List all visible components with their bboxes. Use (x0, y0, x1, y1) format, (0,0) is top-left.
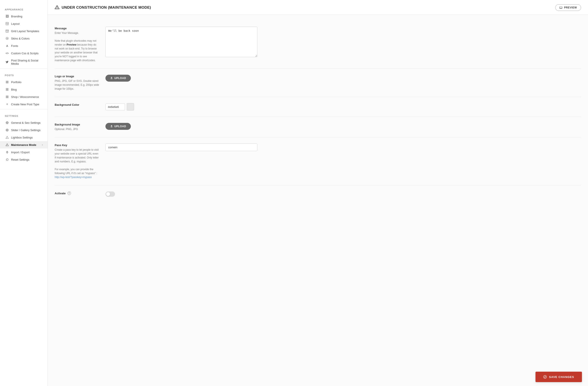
svg-marker-32 (6, 136, 8, 138)
chevron-right-icon: › (42, 143, 43, 146)
logo-label: Logo or Image (55, 75, 100, 78)
sidebar-item-maintenance[interactable]: Maintenance Mode › (0, 141, 47, 149)
save-changes-button[interactable]: SAVE CHANGES (535, 372, 582, 382)
fonts-icon: A (5, 44, 9, 47)
page-title: UNDER CONSTRUCTION (MAINTENANCE MODE) (55, 5, 151, 10)
sidebar-item-post-sharing[interactable]: Post Sharing & Social Media (0, 57, 47, 67)
sidebar-item-grid-layout-templates[interactable]: Grid Layout Templates (0, 27, 47, 35)
general-seo-icon (5, 121, 9, 124)
sidebar-item-portfolio[interactable]: Portfolio (0, 78, 47, 86)
bg-color-row: Background Color (55, 97, 581, 117)
passkey-control (105, 143, 581, 151)
twitter-icon (5, 60, 9, 64)
svg-rect-19 (7, 97, 8, 98)
passkey-url: http://wp-test/?passkey=mypass (55, 176, 92, 179)
lightbox-icon (5, 136, 9, 139)
logo-upload-button[interactable]: UPLOAD (105, 75, 131, 82)
passkey-row: Pass Key Create a pass key to let people… (55, 137, 581, 185)
reset-icon (5, 158, 9, 161)
color-swatch[interactable] (127, 103, 134, 111)
svg-point-7 (7, 38, 8, 39)
shop-icon (5, 95, 9, 99)
message-label: Message (55, 27, 100, 30)
svg-rect-18 (6, 97, 7, 98)
sidebar-item-import-export[interactable]: Import / Export (0, 149, 47, 156)
activate-toggle-wrap (105, 191, 581, 197)
bg-color-label-col: Background Color (55, 103, 100, 108)
grid-layout-icon (5, 29, 9, 33)
sidebar-item-slider-gallery[interactable]: Slider / Gallery Settings (0, 126, 47, 134)
sidebar-item-reset-settings[interactable]: Reset Settings (0, 156, 47, 163)
branding-icon: 🖼 (5, 15, 9, 18)
sidebar-item-skins-colors[interactable]: Skins & Colors (0, 35, 47, 42)
message-textarea[interactable]: We'll be back soon (105, 27, 257, 57)
svg-point-36 (57, 8, 57, 9)
blog-icon (5, 88, 9, 91)
bg-image-label-col: Background Image Optional. PNG, JPG (55, 123, 100, 131)
create-post-icon: + (5, 102, 9, 106)
warning-icon (55, 5, 60, 10)
sidebar-section-settings: SETTINGS (0, 111, 47, 119)
skins-icon (5, 37, 9, 40)
passkey-description: Create a pass key to let people to visit… (55, 148, 100, 179)
svg-rect-11 (7, 82, 8, 83)
maintenance-icon (5, 143, 9, 147)
toggle-knob (106, 192, 110, 196)
slider-icon (5, 128, 9, 132)
svg-marker-33 (6, 144, 8, 146)
main-area: UNDER CONSTRUCTION (MAINTENANCE MODE) PR… (48, 0, 588, 386)
sidebar-item-lightbox[interactable]: Lightbox Settings (0, 134, 47, 141)
bg-color-control (105, 103, 581, 111)
logo-description: PNG, JPG, GIF or SVG. Double sized image… (55, 79, 100, 91)
sidebar-section-appearance: APPEARANCE (0, 4, 47, 13)
logo-row: Logo or Image PNG, JPG, GIF or SVG. Doub… (55, 68, 581, 97)
bg-image-upload-button[interactable]: UPLOAD (105, 123, 131, 130)
sidebar-item-general-seo[interactable]: General & Seo Settings (0, 119, 47, 126)
passkey-label-col: Pass Key Create a pass key to let people… (55, 143, 100, 179)
logo-control: UPLOAD (105, 75, 581, 82)
passkey-label: Pass Key (55, 143, 100, 147)
sidebar-item-custom-css[interactable]: </> Custom Css & Scripts (0, 49, 47, 57)
custom-css-icon: </> (5, 51, 9, 55)
message-control: We'll be back soon (105, 27, 581, 58)
activate-control (105, 191, 581, 197)
import-export-icon (5, 150, 9, 154)
sidebar-section-posts: POSTS (0, 70, 47, 78)
sidebar-item-layout[interactable]: Layout (0, 20, 47, 27)
sidebar: APPEARANCE 🖼 Branding Layout Grid Layout… (0, 0, 48, 386)
activate-label-col: Activate ? (55, 191, 100, 195)
bg-image-upload-label: UPLOAD (114, 125, 126, 128)
svg-point-27 (7, 130, 8, 131)
sidebar-item-blog[interactable]: Blog (0, 86, 47, 93)
svg-rect-9 (7, 81, 8, 82)
save-changes-label: SAVE CHANGES (549, 375, 574, 379)
bg-image-description: Optional. PNG, JPG (55, 127, 100, 131)
activate-row: Activate ? (55, 185, 581, 203)
sidebar-item-create-post-type[interactable]: + Create New Post Type (0, 100, 47, 108)
sidebar-item-fonts[interactable]: A Fonts (0, 42, 47, 49)
preview-button-label: PREVIEW (564, 6, 577, 9)
save-bar: SAVE CHANGES (529, 368, 588, 386)
activate-toggle[interactable] (105, 191, 115, 197)
sidebar-item-shop[interactable]: Shop / Woocommerce (0, 93, 47, 100)
preview-button[interactable]: PREVIEW (555, 4, 581, 11)
bg-image-control: UPLOAD (105, 123, 581, 130)
message-description: Enter Your Message. Note that plugin sho… (55, 31, 100, 62)
logo-upload-label: UPLOAD (114, 77, 126, 80)
sidebar-item-branding[interactable]: 🖼 Branding (0, 13, 47, 20)
main-header: UNDER CONSTRUCTION (MAINTENANCE MODE) PR… (48, 0, 588, 15)
portfolio-icon (5, 80, 9, 84)
bg-color-label: Background Color (55, 103, 100, 106)
svg-rect-12 (6, 88, 7, 89)
passkey-input[interactable] (105, 143, 257, 151)
svg-rect-14 (6, 90, 7, 91)
message-label-col: Message Enter Your Message. Note that pl… (55, 27, 100, 62)
activate-help-icon[interactable]: ? (67, 191, 71, 195)
svg-point-21 (7, 122, 8, 123)
bg-color-input[interactable] (105, 104, 125, 110)
svg-rect-16 (6, 96, 7, 97)
color-input-wrap (105, 103, 581, 111)
activate-label: Activate ? (55, 191, 100, 195)
message-row: Message Enter Your Message. Note that pl… (55, 21, 581, 68)
svg-rect-15 (7, 90, 8, 91)
